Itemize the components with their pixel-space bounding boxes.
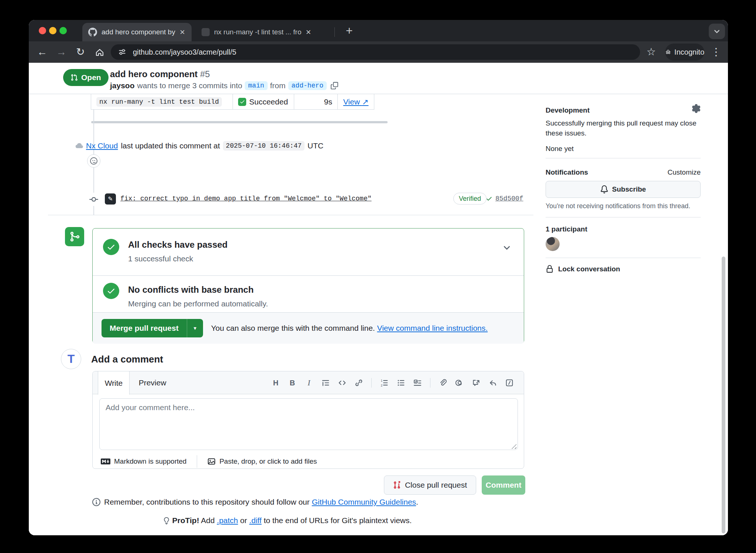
base-branch-label[interactable]: main [245, 81, 267, 90]
add-reaction-button[interactable] [87, 154, 100, 168]
cross-reference-icon[interactable] [472, 379, 480, 387]
saved-replies-icon[interactable] [489, 379, 497, 387]
commit-message-link[interactable]: fix: correct typo in demo app title from… [120, 195, 372, 202]
lightbulb-icon [163, 517, 170, 525]
view-link[interactable]: View ↗ [343, 97, 369, 106]
bold-icon[interactable]: B [288, 379, 296, 387]
comment-submit-button[interactable]: Comment [482, 475, 525, 495]
customize-link[interactable]: Customize [667, 168, 701, 176]
comment-editor-header: Write Preview H B I 12 [93, 371, 524, 394]
tab-title: add hero component by jayso [102, 28, 175, 36]
close-window-button[interactable] [39, 27, 46, 34]
close-icon[interactable]: × [180, 28, 185, 37]
git-merge-icon [65, 227, 84, 246]
merge-box-divider [93, 275, 524, 276]
verified-badge[interactable]: Verified [453, 193, 487, 205]
incognito-label: Incognito [674, 48, 704, 56]
guidelines-note: Remember, contributions to this reposito… [92, 498, 418, 506]
closed-pr-icon [393, 481, 401, 489]
commit-sha-link[interactable]: 85d500f [495, 195, 523, 202]
cli-merge-text: You can also merge this with the command… [211, 324, 488, 333]
markdown-hint[interactable]: Markdown is supported [101, 457, 186, 466]
tab-nx-run[interactable]: nx run-many -t lint test ... fro × [196, 23, 329, 41]
browser-window: add hero component by jayso × nx run-man… [29, 20, 728, 535]
merge-options-dropdown[interactable]: ▾ [187, 319, 203, 337]
git-commit-icon [88, 193, 100, 206]
check-duration-cell: 9s [294, 94, 338, 109]
editor-hints: Markdown is supported Paste, drop, or cl… [93, 453, 524, 469]
notifications-title: Notifications [546, 168, 588, 176]
code-icon[interactable] [338, 379, 346, 387]
commit-author-avatar[interactable]: ✎ [105, 193, 116, 205]
add-comment-heading: Add a comment [91, 354, 163, 365]
mention-icon[interactable] [456, 379, 464, 387]
bullet-list-icon[interactable] [397, 379, 405, 387]
merge-status-box: All checks have passed 1 successful chec… [92, 228, 524, 343]
nx-cloud-link[interactable]: Nx Cloud [86, 141, 118, 150]
copy-icon[interactable] [331, 82, 338, 89]
heading-icon[interactable]: H [272, 379, 280, 387]
diff-link[interactable]: .diff [249, 516, 261, 525]
tab-search-button[interactable] [709, 24, 725, 39]
checks-passed-icon [103, 239, 119, 255]
chevron-down-icon[interactable] [502, 243, 511, 254]
numbered-list-icon[interactable]: 12 [380, 379, 388, 387]
head-branch-label[interactable]: add-hero [288, 81, 327, 90]
merge-pull-request-button[interactable]: Merge pull request [102, 319, 187, 337]
no-conflicts-subtitle: Merging can be performed automatically. [128, 299, 268, 308]
link-icon[interactable] [355, 379, 363, 387]
gear-icon[interactable] [692, 104, 701, 115]
cloud-icon [75, 142, 83, 150]
close-icon[interactable]: × [306, 28, 311, 37]
markdown-icon [101, 458, 110, 465]
external-link-icon: ↗ [362, 97, 369, 106]
subscribe-button[interactable]: Subscribe [546, 181, 701, 198]
close-pull-request-button[interactable]: Close pull request [384, 475, 476, 495]
url-bar[interactable]: github.com/jaysoo3/acme/pull/5 [111, 44, 640, 60]
checks-passed-subtitle: 1 successful check [128, 254, 193, 263]
scrollbar[interactable] [722, 257, 725, 533]
tab-write[interactable]: Write [98, 371, 130, 395]
section-divider [48, 215, 533, 215]
minimize-window-button[interactable] [49, 27, 56, 34]
slash-commands-icon[interactable] [505, 379, 513, 387]
pr-number: #5 [200, 69, 210, 79]
sidebar-divider [546, 258, 701, 258]
comment-input[interactable] [99, 398, 518, 450]
comment-divider-bar [91, 121, 388, 123]
tab-preview[interactable]: Preview [134, 371, 171, 394]
paste-files-hint[interactable]: Paste, drop, or click to add files [207, 457, 317, 466]
tab-title: nx run-many -t lint test ... fro [214, 28, 302, 36]
cli-instructions-link[interactable]: View command line instructions. [377, 324, 488, 332]
forward-button[interactable]: → [55, 46, 68, 59]
pr-state-badge: Open [63, 69, 109, 86]
site-info-icon[interactable] [118, 48, 126, 56]
hint-separator [197, 455, 197, 468]
participant-avatar[interactable] [546, 237, 560, 251]
browser-menu-icon[interactable]: ⋮ [709, 46, 723, 59]
quote-icon[interactable] [322, 379, 330, 387]
user-avatar[interactable]: T [61, 349, 81, 369]
community-guidelines-link[interactable]: GitHub Community Guidelines [312, 498, 416, 506]
attach-file-icon[interactable] [439, 379, 447, 387]
tab-divider [334, 27, 335, 37]
maximize-window-button[interactable] [59, 27, 67, 34]
italic-icon[interactable]: I [305, 379, 313, 387]
url-text[interactable]: github.com/jaysoo3/acme/pull/5 [133, 48, 236, 56]
toolbar-separator [430, 378, 430, 388]
new-tab-button[interactable]: + [342, 24, 357, 38]
patch-link[interactable]: .patch [217, 516, 238, 525]
check-view-cell: View ↗ [338, 94, 374, 109]
github-favicon [88, 28, 97, 37]
tab-pull-request[interactable]: add hero component by jayso × [82, 23, 192, 41]
lock-conversation-button[interactable]: Lock conversation [546, 265, 620, 273]
merge-button-group: Merge pull request ▾ [102, 319, 203, 337]
development-empty: None yet [546, 145, 574, 153]
svg-text:1: 1 [381, 379, 382, 382]
task-list-icon[interactable] [413, 379, 422, 387]
back-button[interactable]: ← [35, 46, 49, 59]
nx-cloud-note: Nx Cloud last updated this comment at 20… [75, 141, 323, 151]
reload-button[interactable]: ↻ [74, 46, 87, 59]
home-button[interactable] [93, 46, 106, 59]
bookmark-star-icon[interactable]: ☆ [645, 46, 658, 59]
